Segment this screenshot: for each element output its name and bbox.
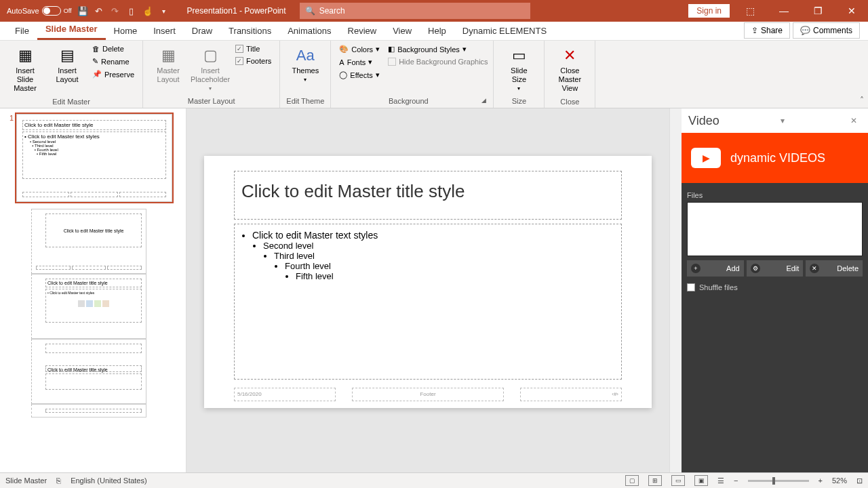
dialog-launcher-icon[interactable]: ◢: [480, 97, 488, 105]
document-title: Presentation1 - PowerPoint: [187, 6, 286, 16]
zoom-out-icon[interactable]: −: [734, 476, 738, 485]
reading-view-icon[interactable]: ▭: [671, 475, 685, 486]
tab-view[interactable]: View: [384, 22, 420, 40]
accessibility-icon[interactable]: ⎘: [56, 476, 61, 485]
pane-close-icon[interactable]: ✕: [846, 116, 861, 125]
language[interactable]: English (United States): [71, 476, 147, 485]
fonts-button[interactable]: AFonts▾: [336, 56, 382, 68]
search-placeholder: Search: [319, 6, 345, 16]
x-icon: ✕: [810, 264, 819, 273]
footers-checkbox[interactable]: ✓Footers: [233, 56, 274, 66]
zoom-slider[interactable]: [748, 480, 809, 482]
slide-size-button[interactable]: ▭Slide Size▾: [499, 43, 538, 95]
slideshow-view-icon[interactable]: ▣: [694, 475, 708, 486]
layout-thumbnail[interactable]: [31, 404, 146, 418]
themes-button[interactable]: AaThemes▾: [285, 43, 325, 86]
insert-slide-master-button[interactable]: ▦Insert Slide Master: [5, 43, 45, 96]
start-from-beginning-icon[interactable]: ▯: [126, 5, 137, 16]
tab-review[interactable]: Review: [340, 22, 385, 40]
slide-canvas[interactable]: Click to edit Master title style Click t…: [186, 108, 669, 472]
gear-icon: ⚙: [751, 264, 760, 273]
tab-home[interactable]: Home: [106, 22, 146, 40]
tab-file[interactable]: File: [7, 22, 37, 40]
undo-icon[interactable]: ↶: [94, 5, 104, 16]
restore-icon[interactable]: ❐: [804, 1, 831, 20]
search-box[interactable]: 🔍 Search: [300, 3, 530, 19]
title-checkbox[interactable]: ✓Title: [233, 43, 274, 54]
colors-button[interactable]: 🎨Colors▾: [336, 43, 382, 55]
colors-icon: 🎨: [339, 45, 349, 54]
layout-thumbnail[interactable]: Click to edit Master title style • Click…: [31, 274, 146, 339]
toggle-icon: [42, 6, 61, 16]
body-placeholder[interactable]: Click to edit Master text styles Second …: [234, 224, 622, 380]
notes-icon[interactable]: ☰: [717, 476, 724, 485]
group-master-layout: ▦Master Layout ▢Insert Placeholder▾ ✓Tit…: [143, 41, 280, 108]
footer-placeholder[interactable]: Footer: [352, 388, 504, 401]
slide-master[interactable]: Click to edit Master title style Click t…: [204, 156, 652, 408]
touch-mode-icon[interactable]: ☝: [142, 5, 153, 16]
effects-icon: ◯: [339, 70, 347, 79]
collapse-ribbon-icon[interactable]: ˄: [860, 96, 864, 105]
chevron-down-icon: ▾: [209, 85, 212, 92]
master-layout-button[interactable]: ▦Master Layout: [149, 43, 188, 87]
minimize-icon[interactable]: —: [770, 1, 797, 20]
tab-draw[interactable]: Draw: [184, 22, 220, 40]
master-thumbnail[interactable]: Click to edit Master title style • Click…: [16, 114, 172, 202]
sign-in-button[interactable]: Sign in: [688, 4, 730, 18]
redo-icon[interactable]: ↷: [110, 5, 121, 16]
group-edit-master: ▦Insert Slide Master ▤Insert Layout 🗑Del…: [0, 41, 143, 108]
close-icon[interactable]: ✕: [838, 1, 865, 20]
preserve-button[interactable]: 📌Preserve: [90, 68, 137, 80]
checkbox-icon: ✓: [235, 57, 243, 65]
layout-thumbnail[interactable]: Click to edit Master title style: [31, 209, 146, 274]
tab-dynamic-elements[interactable]: Dynamic ELEMENTS: [454, 22, 555, 40]
normal-view-icon[interactable]: ▢: [625, 475, 639, 486]
layout-thumbnail[interactable]: Click to edit Master title style: [31, 339, 146, 404]
edit-button[interactable]: ⚙Edit: [747, 260, 804, 277]
delete-button[interactable]: 🗑Delete: [90, 43, 137, 54]
effects-button[interactable]: ◯Effects▾: [336, 69, 382, 81]
title-bar: AutoSave Off 💾 ↶ ↷ ▯ ☝ ▾ Presentation1 -…: [0, 0, 868, 22]
shuffle-checkbox[interactable]: Shuffle files: [687, 283, 863, 291]
add-button[interactable]: +Add: [687, 260, 744, 277]
zoom-in-icon[interactable]: +: [818, 476, 823, 485]
tab-slide-master[interactable]: Slide Master: [37, 20, 106, 40]
customize-qat-icon[interactable]: ▾: [159, 5, 170, 16]
title-placeholder[interactable]: Click to edit Master title style: [234, 171, 622, 220]
zoom-value[interactable]: 52%: [832, 476, 847, 485]
comments-button[interactable]: 💬Comments: [793, 22, 860, 39]
close-master-view-button[interactable]: ✕Close Master View: [550, 43, 589, 96]
group-close: ✕Close Master View Close: [545, 41, 595, 108]
files-listbox[interactable]: [687, 202, 863, 256]
video-play-icon: ▶: [691, 148, 721, 168]
thumbnail-panel[interactable]: 1 Click to edit Master title style • Cli…: [0, 108, 186, 472]
chevron-down-icon: ▾: [462, 45, 467, 54]
insert-placeholder-button[interactable]: ▢Insert Placeholder▾: [191, 43, 230, 95]
rename-button[interactable]: ✎Rename: [90, 56, 137, 67]
group-label: Edit Theme: [285, 96, 325, 106]
pane-options-icon[interactable]: ▾: [776, 116, 789, 125]
tab-transitions[interactable]: Transitions: [220, 22, 279, 40]
ribbon-display-icon[interactable]: ⬚: [736, 1, 764, 20]
group-label: Size: [499, 96, 538, 106]
ribbon-tabs: File Slide Master Home Insert Draw Trans…: [0, 22, 868, 41]
background-styles-button[interactable]: ◧Background Styles▾: [385, 43, 490, 55]
fit-to-window-icon[interactable]: ⊡: [856, 476, 863, 485]
pane-header: Video ▾ ✕: [682, 108, 868, 133]
date-placeholder[interactable]: 5/16/2020: [234, 388, 336, 401]
sorter-view-icon[interactable]: ⊞: [648, 475, 662, 486]
tab-help[interactable]: Help: [420, 22, 454, 40]
plus-icon: +: [691, 264, 701, 273]
tab-insert[interactable]: Insert: [145, 22, 184, 40]
save-icon[interactable]: 💾: [77, 5, 88, 16]
number-placeholder[interactable]: ‹#›: [520, 388, 622, 401]
group-edit-theme: AaThemes▾ Edit Theme: [280, 41, 331, 108]
hide-bg-checkbox[interactable]: Hide Background Graphics: [385, 56, 490, 67]
tab-animations[interactable]: Animations: [279, 22, 339, 40]
insert-layout-button[interactable]: ▤Insert Layout: [47, 43, 87, 87]
autosave-toggle[interactable]: AutoSave Off: [7, 6, 72, 16]
delete-button[interactable]: ✕Delete: [806, 260, 863, 277]
vertical-scrollbar[interactable]: [669, 108, 682, 472]
close-master-icon: ✕: [559, 46, 580, 65]
share-button[interactable]: ⇪Share: [744, 22, 790, 39]
